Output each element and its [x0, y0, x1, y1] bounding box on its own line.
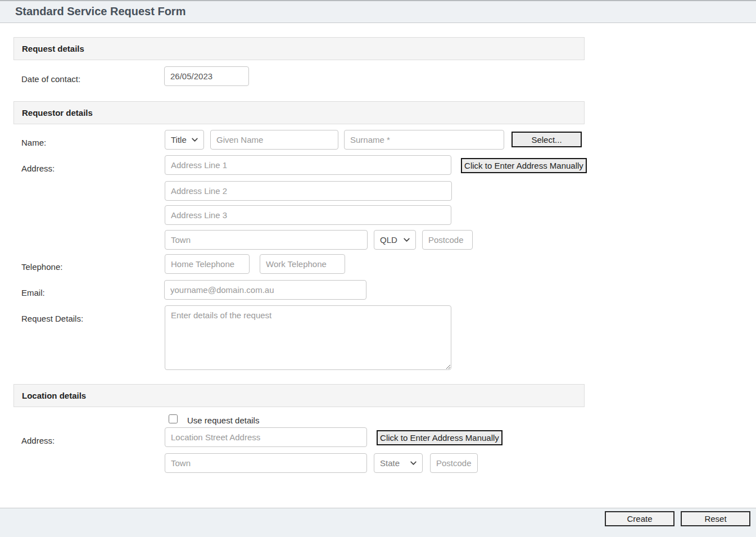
requestor-state-select-value: QLD [380, 235, 397, 245]
page-title: Standard Service Request Form [0, 1, 756, 22]
address-line1-input[interactable] [165, 155, 451, 175]
titlebar: Standard Service Request Form [0, 0, 756, 23]
service-request-form-page: Standard Service Request Form Request de… [0, 0, 756, 537]
use-request-details-checkbox[interactable] [169, 414, 178, 423]
requestor-postcode-input[interactable] [422, 230, 473, 250]
location-street-address-input[interactable] [165, 427, 367, 447]
requestor-address-label: Address: [21, 164, 55, 173]
section-title: Requestor details [14, 102, 584, 124]
address-line3-input[interactable] [165, 205, 451, 225]
chevron-down-icon [191, 136, 198, 143]
given-name-input[interactable] [210, 130, 338, 150]
section-header-location-details: Location details [13, 384, 585, 407]
requestor-state-select[interactable]: QLD [374, 230, 416, 250]
surname-input[interactable] [344, 130, 504, 150]
requestor-town-input[interactable] [165, 230, 368, 250]
section-header-request-details: Request details [13, 37, 585, 60]
title-select-value: Title [171, 135, 187, 145]
location-state-select[interactable]: State [374, 453, 423, 473]
create-button[interactable]: Create [605, 511, 674, 526]
location-town-input[interactable] [165, 453, 367, 473]
footer-bar: Create Reset [0, 508, 756, 537]
chevron-down-icon [410, 459, 417, 467]
home-telephone-input[interactable] [165, 254, 250, 274]
location-state-select-value: State [380, 458, 400, 468]
address-line2-input[interactable] [165, 181, 452, 201]
use-request-details-label: Use request details [187, 416, 259, 425]
date-of-contact-label: Date of contact: [21, 74, 80, 84]
title-select[interactable]: Title [165, 130, 204, 150]
chevron-down-icon [403, 236, 410, 243]
section-title: Request details [14, 38, 584, 60]
reset-button[interactable]: Reset [681, 511, 750, 526]
location-address-label: Address: [21, 436, 55, 445]
requestor-manual-address-button[interactable]: Click to Enter Address Manually [461, 158, 587, 173]
name-label: Name: [21, 138, 46, 147]
date-of-contact-input[interactable] [164, 66, 249, 86]
request-details-label: Request Details: [21, 314, 83, 323]
work-telephone-input[interactable] [260, 254, 345, 274]
email-input[interactable] [164, 280, 366, 300]
section-title: Location details [14, 385, 584, 407]
request-details-textarea[interactable] [165, 305, 451, 370]
telephone-label: Telephone: [21, 262, 62, 272]
section-header-requestor-details: Requestor details [13, 101, 585, 124]
location-manual-address-button[interactable]: Click to Enter Address Manually [377, 430, 503, 445]
email-label: Email: [21, 288, 45, 297]
location-postcode-input[interactable] [430, 453, 478, 473]
select-person-button[interactable]: Select... [511, 132, 582, 147]
